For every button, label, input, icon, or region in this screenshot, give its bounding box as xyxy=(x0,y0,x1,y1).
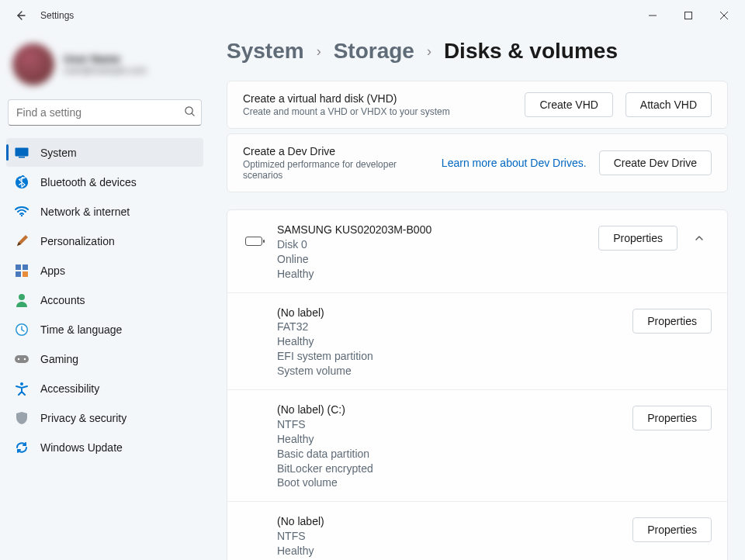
disk-properties-button[interactable]: Properties xyxy=(598,226,677,251)
back-arrow-icon xyxy=(14,9,26,22)
chevron-right-icon: › xyxy=(317,43,321,60)
svg-rect-9 xyxy=(23,271,28,277)
devdrive-title: Create a Dev Drive xyxy=(243,145,429,157)
update-icon xyxy=(14,440,29,455)
sidebar-item-label: Accounts xyxy=(40,294,85,306)
vhd-card: Create a virtual hard disk (VHD) Create … xyxy=(227,81,728,129)
close-button[interactable] xyxy=(706,3,742,28)
volume-row[interactable]: (No label) (C:) NTFS Healthy Basic data … xyxy=(227,390,727,502)
gamepad-icon xyxy=(14,351,29,367)
wifi-icon xyxy=(14,204,29,220)
disk-list: SAMSUNG KUS020203M-B000 Disk 0 Online He… xyxy=(227,209,728,560)
svg-point-14 xyxy=(18,358,19,359)
breadcrumb-system[interactable]: System xyxy=(227,39,304,64)
search-wrap xyxy=(8,99,202,126)
apps-icon xyxy=(14,263,29,278)
sidebar: User Name user@example.com System Blueto… xyxy=(0,31,210,560)
sidebar-item-update[interactable]: Windows Update xyxy=(6,433,203,461)
sidebar-item-label: Privacy & security xyxy=(40,412,126,424)
volume-properties-button[interactable]: Properties xyxy=(632,406,712,430)
svg-rect-2 xyxy=(16,147,29,156)
create-vhd-button[interactable]: Create VHD xyxy=(525,92,612,117)
sidebar-item-personalization[interactable]: Personalization xyxy=(6,226,203,255)
user-name: User Name xyxy=(64,53,147,65)
clock-icon xyxy=(14,322,29,337)
search-input[interactable] xyxy=(8,99,202,126)
devdrive-card: Create a Dev Drive Optimized performance… xyxy=(227,133,728,192)
user-block[interactable]: User Name user@example.com xyxy=(5,37,205,99)
page-title: Disks & volumes xyxy=(444,39,618,64)
sidebar-item-label: Windows Update xyxy=(40,441,123,454)
sidebar-item-network[interactable]: Network & internet xyxy=(6,197,203,226)
user-email: user@example.com xyxy=(64,65,147,76)
chevron-right-icon: › xyxy=(427,43,431,60)
svg-point-15 xyxy=(24,358,26,359)
person-icon xyxy=(14,292,29,308)
avatar xyxy=(12,43,54,85)
breadcrumb-storage[interactable]: Storage xyxy=(334,39,414,64)
sidebar-item-label: Gaming xyxy=(40,353,78,365)
volume-row[interactable]: (No label) NTFS Healthy Microsoft recove… xyxy=(227,502,727,560)
svg-rect-0 xyxy=(685,12,692,19)
disk-name: SAMSUNG KUS020203M-B000 xyxy=(277,223,586,237)
sidebar-item-system[interactable]: System xyxy=(6,138,203,167)
vhd-card-sub: Create and mount a VHD or VHDX to your s… xyxy=(243,106,512,117)
sidebar-item-label: Time & language xyxy=(40,323,122,336)
attach-vhd-button[interactable]: Attach VHD xyxy=(625,92,712,117)
sidebar-item-label: System xyxy=(40,147,77,159)
system-icon xyxy=(14,145,29,161)
sidebar-item-accounts[interactable]: Accounts xyxy=(6,285,203,314)
sidebar-item-label: Bluetooth & devices xyxy=(40,176,137,188)
sidebar-item-gaming[interactable]: Gaming xyxy=(6,344,203,373)
sidebar-item-label: Network & internet xyxy=(40,206,130,218)
sidebar-item-apps[interactable]: Apps xyxy=(6,256,203,285)
vhd-card-title: Create a virtual hard disk (VHD) xyxy=(243,92,512,105)
volume-properties-button[interactable]: Properties xyxy=(632,309,712,334)
window-controls xyxy=(635,3,742,28)
sidebar-item-privacy[interactable]: Privacy & security xyxy=(6,403,203,432)
svg-point-10 xyxy=(19,294,25,300)
volume-row[interactable]: (No label) FAT32 Healthy EFI system part… xyxy=(227,293,727,390)
app-title: Settings xyxy=(40,10,74,21)
sidebar-item-bluetooth[interactable]: Bluetooth & devices xyxy=(6,168,203,196)
chevron-up-icon xyxy=(694,233,705,244)
maximize-button[interactable] xyxy=(670,3,706,28)
svg-rect-3 xyxy=(19,157,25,158)
volume-label: (No label) xyxy=(277,514,620,529)
accessibility-icon xyxy=(14,381,29,396)
volume-label: (No label) xyxy=(277,306,620,320)
volume-properties-button[interactable]: Properties xyxy=(632,517,712,542)
disk-status: Online xyxy=(277,252,586,267)
sidebar-item-label: Accessibility xyxy=(40,382,99,395)
bluetooth-icon xyxy=(14,175,29,190)
svg-rect-8 xyxy=(16,271,21,277)
sidebar-item-accessibility[interactable]: Accessibility xyxy=(6,374,203,403)
devdrive-sub: Optimized performance for developer scen… xyxy=(243,159,429,181)
back-button[interactable] xyxy=(9,5,31,26)
svg-rect-13 xyxy=(15,355,29,363)
svg-rect-6 xyxy=(16,264,21,270)
sidebar-item-label: Personalization xyxy=(40,235,115,247)
create-devdrive-button[interactable]: Create Dev Drive xyxy=(599,150,712,175)
disk-icon xyxy=(243,223,265,246)
nav: System Bluetooth & devices Network & int… xyxy=(5,138,205,461)
svg-point-5 xyxy=(21,214,23,216)
collapse-toggle[interactable] xyxy=(687,226,712,251)
devdrive-learn-link[interactable]: Learn more about Dev Drives. xyxy=(442,157,587,169)
shield-icon xyxy=(14,410,29,426)
minimize-button[interactable] xyxy=(635,3,670,28)
search-icon xyxy=(184,105,196,119)
disk-number: Disk 0 xyxy=(277,237,586,252)
svg-point-16 xyxy=(20,382,23,385)
sidebar-item-label: Apps xyxy=(40,264,65,277)
volume-label: (No label) (C:) xyxy=(277,403,620,417)
titlebar: Settings xyxy=(0,0,745,31)
svg-rect-7 xyxy=(23,264,28,270)
disk-row[interactable]: SAMSUNG KUS020203M-B000 Disk 0 Online He… xyxy=(227,210,727,293)
svg-point-1 xyxy=(185,107,192,114)
disk-health: Healthy xyxy=(277,267,586,282)
sidebar-item-time[interactable]: Time & language xyxy=(6,315,203,344)
main-pane: System › Storage › Disks & volumes Creat… xyxy=(210,31,745,560)
breadcrumb: System › Storage › Disks & volumes xyxy=(227,39,728,64)
paintbrush-icon xyxy=(14,233,29,249)
